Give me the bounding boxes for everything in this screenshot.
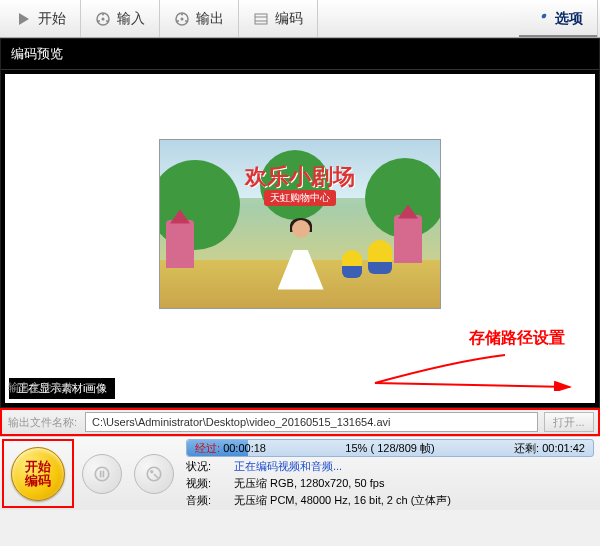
play-icon: [16, 11, 32, 27]
tab-output[interactable]: 输出: [160, 0, 239, 37]
svg-marker-0: [19, 13, 29, 25]
svg-point-9: [185, 20, 187, 22]
annotation-storage: 存储路径设置: [469, 328, 565, 349]
svg-point-14: [95, 467, 109, 481]
svg-point-8: [181, 13, 183, 15]
annotation-arrow: [315, 351, 575, 391]
preview-body: 欢乐小剧场 天虹购物中心 存储路径设置 正在显示素材i画像: [5, 74, 595, 403]
svg-point-10: [177, 20, 179, 22]
video-key: 视频:: [186, 476, 228, 491]
svg-point-18: [150, 470, 153, 473]
tab-label: 开始: [38, 10, 66, 28]
tab-label: 选项: [555, 10, 583, 28]
remain-key: 还剩:: [514, 442, 539, 454]
output-path-row: 输出文件名称: 打开...: [0, 408, 600, 436]
svg-point-2: [102, 17, 105, 20]
svg-point-3: [102, 13, 104, 15]
wrench-icon: [533, 11, 549, 27]
tab-start[interactable]: 开始: [2, 0, 81, 37]
stop-button[interactable]: [134, 454, 174, 494]
progress-panel: 经过: 00:00:18 15% ( 128/809 帧) 还剩: 00:01:…: [180, 437, 600, 510]
svg-rect-16: [103, 470, 105, 477]
output-filename-label: 输出文件名称:: [4, 376, 81, 399]
output-path-label: 输出文件名称:: [6, 415, 79, 430]
film-icon: [253, 11, 269, 27]
preview-title: 编码预览: [1, 39, 599, 70]
tab-label: 输出: [196, 10, 224, 28]
svg-point-4: [106, 20, 108, 22]
pause-button[interactable]: [82, 454, 122, 494]
svg-point-5: [98, 20, 100, 22]
reel-out-icon: [174, 11, 190, 27]
elapsed-key: 经过:: [195, 442, 220, 454]
elapsed-val: 00:00:18: [223, 442, 266, 454]
open-button[interactable]: 打开...: [544, 412, 594, 432]
audio-val: 无压缩 PCM, 48000 Hz, 16 bit, 2 ch (立体声): [234, 493, 451, 508]
tab-label: 输入: [117, 10, 145, 28]
preview-panel: 编码预览 欢乐小剧场 天虹购物中心 存储路径设置 正在显示素材i画像: [0, 38, 600, 408]
percent-text: 15% ( 128/809 帧): [266, 441, 514, 456]
tab-input[interactable]: 输入: [81, 0, 160, 37]
output-path-input[interactable]: [85, 412, 538, 432]
start-encode-l1: 开始: [25, 460, 51, 474]
remain-val: 00:01:42: [542, 442, 585, 454]
start-encode-highlight: 开始 编码: [2, 439, 74, 508]
video-thumbnail: 欢乐小剧场 天虹购物中心: [160, 140, 440, 308]
audio-key: 音频:: [186, 493, 228, 508]
status-key: 状况:: [186, 459, 228, 474]
video-val: 无压缩 RGB, 1280x720, 50 fps: [234, 476, 384, 491]
tab-options[interactable]: 选项: [519, 0, 598, 37]
progress-bar: 经过: 00:00:18 15% ( 128/809 帧) 还剩: 00:01:…: [186, 439, 594, 457]
tab-label: 编码: [275, 10, 303, 28]
tab-encode[interactable]: 编码: [239, 0, 318, 37]
start-encode-l2: 编码: [25, 474, 51, 488]
thumb-subbanner: 天虹购物中心: [264, 190, 336, 206]
svg-rect-15: [100, 470, 102, 477]
reel-icon: [95, 11, 111, 27]
status-val: 正在编码视频和音频...: [234, 459, 342, 474]
thumb-banner: 欢乐小剧场: [245, 162, 355, 192]
svg-rect-11: [255, 14, 267, 24]
svg-point-7: [181, 17, 184, 20]
start-encode-button[interactable]: 开始 编码: [11, 447, 65, 501]
